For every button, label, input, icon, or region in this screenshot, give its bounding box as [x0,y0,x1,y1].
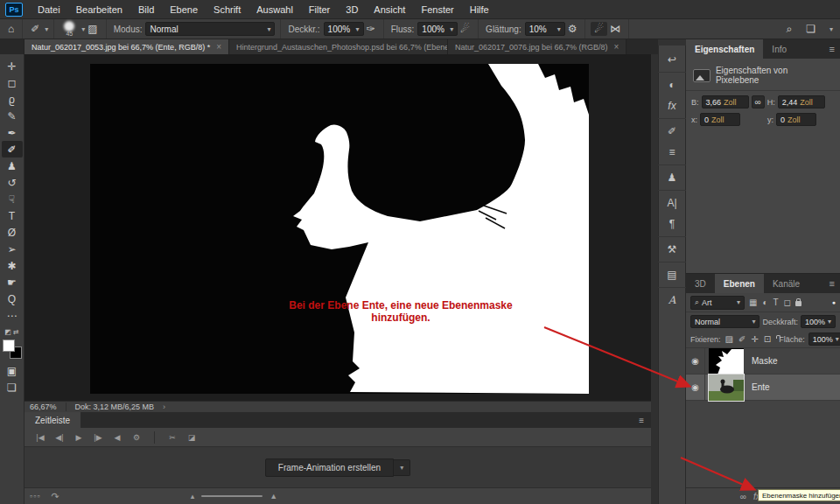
styles-panel-icon[interactable]: fx [661,95,683,116]
document-tab-2[interactable]: Hintergrund_Austauschen_Photoshop.psd be… [229,39,448,54]
canvas-image[interactable] [90,64,589,394]
menu-hilfe[interactable]: Hilfe [462,0,497,19]
play-button[interactable]: ▶ [70,433,88,442]
tab-kanaele[interactable]: Kanäle [764,274,808,293]
filter-toggle-icon[interactable]: ● [832,299,836,305]
previous-frame-button[interactable]: ◀| [51,433,68,442]
brush-tool-icon[interactable]: ✐ [2,141,23,158]
menu-ebene[interactable]: Ebene [162,0,206,19]
menu-filter[interactable]: Filter [301,0,338,19]
gear-icon[interactable]: ⚙ [565,23,580,35]
clone-stamp-tool-icon[interactable]: ♟ [2,158,23,174]
swap-colors-icon[interactable]: ⇄ [13,328,19,336]
next-frame-button[interactable]: |▶ [89,433,107,442]
workspace-switcher-icon[interactable]: ❏ [803,23,818,35]
transition-button[interactable]: ◪ [183,433,200,442]
panel-menu-icon[interactable]: ≡ [830,44,835,54]
libraries-panel-icon[interactable]: ▤ [661,264,683,285]
marquee-tool-icon[interactable]: ◻ [2,74,23,91]
foreground-color-swatch[interactable] [3,340,15,352]
history-brush-tool-icon[interactable]: ↺ [2,174,23,191]
type-tool-icon[interactable]: T [2,207,23,224]
filter-pixel-icon[interactable]: ▦ [748,298,758,307]
history-panel-icon[interactable]: ↩ [661,49,683,70]
blend-mode-select[interactable]: Normal ▾ [145,22,275,36]
eyedropper-tool-icon[interactable]: ✒ [2,124,23,141]
panel-menu-icon[interactable]: ≡ [830,278,835,289]
link-dimensions-icon[interactable]: ∞ [752,95,765,108]
zoom-level-field[interactable]: 66,67% [24,402,66,411]
pen-tool-icon[interactable]: Ø [2,224,23,241]
link-layers-icon[interactable]: ∞ [740,492,746,501]
document-tab-3[interactable]: Natur_062017_0076.jpg bei 66,7% (RGB/8) … [448,39,626,54]
brush-tool-icon[interactable]: ✐ [28,23,42,35]
lasso-tool-icon[interactable]: ϱ [2,91,23,108]
tab-eigenschaften[interactable]: Eigenschaften [686,39,763,59]
create-frame-animation-button[interactable]: Frame-Animation erstellen [265,458,394,477]
color-swatches[interactable] [3,340,22,359]
edit-toolbar-icon[interactable]: ⋯ [2,307,23,324]
screen-mode-icon[interactable]: ❏ [2,379,23,396]
symmetry-icon[interactable]: ⋈ [607,23,623,35]
tab-ebenen[interactable]: Ebenen [715,274,764,293]
tool-presets-panel-icon[interactable]: ⚒ [661,239,683,260]
layer-thumbnail-ente[interactable] [709,374,744,401]
quick-mask-icon[interactable]: ▣ [2,362,23,379]
filter-smart-object-icon[interactable] [795,301,802,306]
menu-datei[interactable]: Datei [30,0,68,19]
layer-fill-select[interactable]: 100% ▾ [808,332,840,346]
menu-schrift[interactable]: Schrift [206,0,248,19]
brush-settings-toggle-icon[interactable]: ▨ [85,23,100,35]
paragraph-panel-icon[interactable]: ¶ [661,214,683,234]
opacity-select[interactable]: 100% ▾ [324,22,364,36]
layer-opacity-select[interactable]: 100% ▾ [801,315,836,328]
tab-info[interactable]: Info [763,39,795,59]
airbrush-toggle-icon[interactable]: ☄ [591,22,607,36]
convert-frames-icon[interactable]: ▫▫▫ [30,492,41,500]
visibility-eye-icon[interactable]: ◉ [686,374,705,400]
lock-pixels-icon[interactable]: ✐ [738,334,746,344]
filter-adjustment-icon[interactable]: ◐ [761,298,768,307]
flow-select[interactable]: 100% ▾ [417,22,458,36]
menu-auswahl[interactable]: Auswahl [248,0,301,19]
close-icon[interactable]: × [614,42,620,52]
search-icon[interactable]: ⌕ [783,23,794,35]
layer-filter-select[interactable]: ⌕ Art ▾ [690,296,745,310]
playback-settings-button[interactable]: ⚙ [128,433,145,442]
slider-track[interactable] [201,495,262,497]
zoom-tool-icon[interactable]: Q [2,290,23,307]
menu-ansicht[interactable]: Ansicht [366,0,413,19]
height-field[interactable]: 2,44 Zoll [778,95,825,108]
hand-tool-icon[interactable]: ☛ [2,274,23,290]
path-selection-tool-icon[interactable]: ➢ [2,241,23,257]
layer-row-ente[interactable]: ◉ Ente [686,374,840,401]
document-tab-1[interactable]: Natur_062017_0053.jpg bei 66,7% (Ente, R… [24,39,229,54]
menu-bild[interactable]: Bild [130,0,162,19]
brush-settings-panel-icon[interactable]: ✐ [661,121,683,142]
filter-type-icon[interactable]: T [773,298,780,307]
split-at-playhead-button[interactable]: ✂ [164,433,181,442]
menu-3d[interactable]: 3D [338,0,366,19]
smudge-tool-icon[interactable]: ☟ [2,191,23,207]
brush-preset-picker[interactable]: 45 [61,21,77,37]
default-colors-icon[interactable]: ◩ [4,328,11,336]
smoothing-select[interactable]: 10% ▾ [525,22,565,36]
pressure-opacity-icon[interactable]: ✑ [364,23,378,35]
layer-thumbnail-maske[interactable] [709,348,744,374]
lock-position-icon[interactable]: ✛ [750,334,759,344]
tab-zeitleiste[interactable]: Zeitleiste [24,412,80,428]
first-frame-button[interactable]: |◀ [32,433,49,442]
filter-shape-icon[interactable]: ◻ [783,298,792,307]
airbrush-icon[interactable]: ☄ [458,23,472,35]
lock-transparent-icon[interactable]: ▨ [724,334,734,344]
close-icon[interactable]: × [216,42,221,52]
visibility-eye-icon[interactable]: ◉ [686,348,705,374]
move-tool-icon[interactable]: ✛ [2,58,23,74]
shortcut-arrow-icon[interactable]: ↷ [52,491,60,502]
audio-mute-button[interactable]: ◀ [108,433,126,442]
timeline-zoom-slider[interactable]: ▴ ▲ [191,492,277,500]
clone-source-panel-icon[interactable]: ♟ [661,167,683,188]
zoom-in-icon[interactable]: ▲ [270,492,277,500]
shape-tool-icon[interactable]: ✱ [2,257,23,274]
menu-bearbeiten[interactable]: Bearbeiten [68,0,130,19]
